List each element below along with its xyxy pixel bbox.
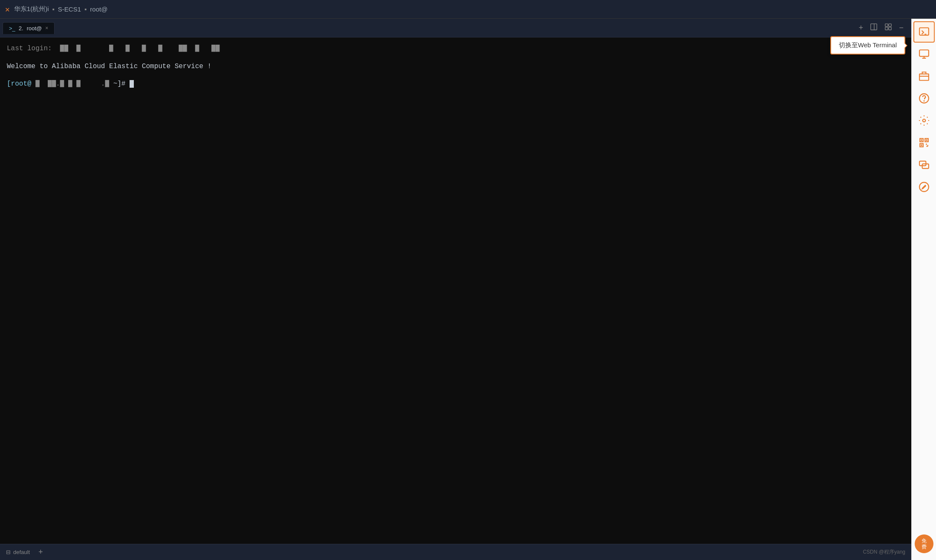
svg-rect-19 <box>921 139 922 141</box>
terminal-wrapper: >_ 2. root@ × + <box>0 19 911 560</box>
sidebar-terminal-btn[interactable] <box>913 21 935 43</box>
qr-icon <box>919 137 930 148</box>
tab-number: 2. <box>19 25 23 32</box>
tab-bar: >_ 2. root@ × + <box>0 19 911 37</box>
title-text: 华东1(杭州)i ▪ S-ECS1 ▪ root@ <box>14 5 108 13</box>
tab-minus-btn[interactable]: − <box>897 23 905 33</box>
tab-prefix: >_ <box>9 25 15 32</box>
title-server: S-ECS1 <box>58 6 81 13</box>
svg-rect-6 <box>919 28 929 35</box>
sidebar-qr-btn[interactable] <box>913 132 935 153</box>
status-bar: ⊟ default + CSDN @程序yang <box>0 544 911 560</box>
sidebar-box-btn[interactable] <box>913 66 935 87</box>
last-login-line: Last login: ██ █ █ █ █ █ ██ █ ██ <box>7 43 904 55</box>
svg-line-32 <box>924 186 925 187</box>
sidebar-edit-btn[interactable] <box>913 176 935 198</box>
status-grid-icon: ⊟ <box>6 549 11 555</box>
svg-rect-4 <box>885 27 888 30</box>
tab-controls: + − <box>857 22 909 34</box>
tab-add-btn[interactable]: + <box>857 23 865 33</box>
svg-rect-2 <box>885 24 888 26</box>
tab-grid-btn[interactable] <box>883 22 894 34</box>
web-terminal-popup[interactable]: 切换至Web Terminal <box>830 36 905 55</box>
sidebar-chat-btn[interactable] <box>913 154 935 175</box>
free-line2: 费 <box>922 544 927 550</box>
welcome-line: Welcome to Alibaba Cloud Elastic Compute… <box>7 61 904 72</box>
monitor-icon <box>919 49 930 60</box>
right-sidebar: 免 费 <box>911 19 936 560</box>
tab-item[interactable]: >_ 2. root@ × <box>3 22 55 34</box>
svg-rect-0 <box>871 24 877 30</box>
chat-icon <box>919 159 930 170</box>
tab-label: root@ <box>27 25 42 32</box>
svg-rect-3 <box>889 24 891 26</box>
sidebar-free-btn[interactable]: 免 费 <box>915 534 933 553</box>
title-user: root@ <box>90 6 107 13</box>
edit-icon <box>919 181 930 192</box>
svg-rect-21 <box>921 144 922 146</box>
svg-rect-20 <box>926 139 927 141</box>
status-bar-right: CSDN @程序yang <box>863 549 905 556</box>
tab-split-btn[interactable] <box>868 22 879 34</box>
box-icon <box>919 71 930 82</box>
main-area: >_ 2. root@ × + <box>0 19 936 560</box>
terminal-icon <box>919 26 930 37</box>
svg-point-15 <box>922 119 925 122</box>
terminal-cursor <box>130 80 134 88</box>
sidebar-monitor-btn[interactable] <box>913 43 935 65</box>
status-default-label: default <box>13 549 30 555</box>
svg-rect-8 <box>919 50 929 56</box>
sidebar-help-btn[interactable] <box>913 88 935 109</box>
tab-close-icon[interactable]: × <box>45 25 48 31</box>
prompt-line: [root@ █ ██.█ █ █ .█ ~]# <box>7 79 904 90</box>
status-add-btn[interactable]: + <box>38 548 43 557</box>
title-bar: ✕ 华东1(杭州)i ▪ S-ECS1 ▪ root@ <box>0 0 936 19</box>
settings-icon <box>919 115 930 126</box>
help-icon <box>919 93 930 104</box>
status-default: ⊟ default <box>6 549 30 555</box>
svg-rect-11 <box>919 74 929 80</box>
sidebar-settings-btn[interactable] <box>913 110 935 131</box>
title-close-icon[interactable]: ✕ <box>5 5 10 14</box>
web-terminal-label: 切换至Web Terminal <box>839 41 897 49</box>
title-region: 华东1(杭州)i <box>14 5 49 13</box>
svg-rect-5 <box>889 27 891 30</box>
terminal-content[interactable]: Last login: ██ █ █ █ █ █ ██ █ ██ Welcome… <box>0 37 911 544</box>
svg-point-14 <box>924 101 924 101</box>
status-bar-left: ⊟ default + <box>6 548 43 557</box>
free-line1: 免 <box>922 538 927 544</box>
